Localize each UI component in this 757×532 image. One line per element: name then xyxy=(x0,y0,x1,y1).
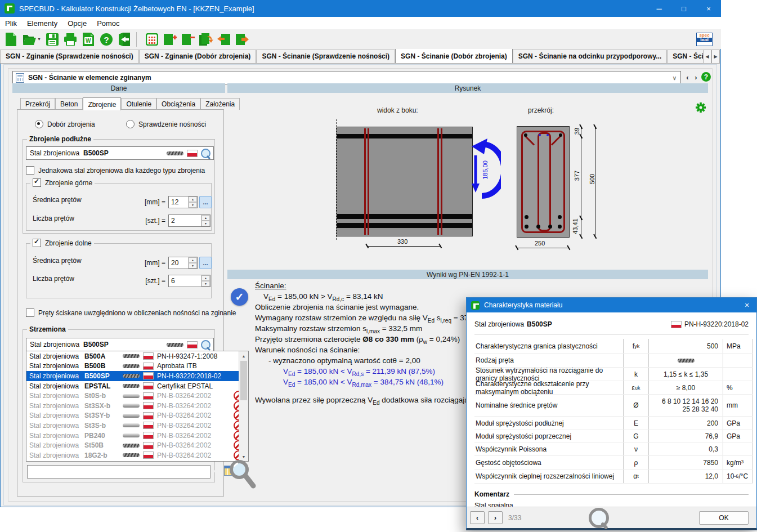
checkbox-checked-icon[interactable] xyxy=(33,178,41,187)
screen: SPECBUD - Kalkulator Konstrukcji Żelbeto… xyxy=(0,0,757,532)
liczba-dolne-row: [szt.] = 6 ▲▼ xyxy=(140,275,210,287)
search-steel-icon[interactable] xyxy=(201,340,210,350)
checkbox-zbrojenie-gorne[interactable]: Zbrojenie górne xyxy=(30,178,95,187)
move-right-icon[interactable] xyxy=(235,32,249,47)
tab-zginanie-sprawdzenie[interactable]: SGN - Zginanie (Sprawdzenie nośności) xyxy=(0,50,139,63)
zbrojenie-dolne-label: Zbrojenie dolne xyxy=(45,239,92,247)
tab-scinanie-odcinek[interactable]: SGN - Ścinanie na odcinku przypodporowy.… xyxy=(513,50,667,63)
steel-list-item[interactable]: Stal zbrojeniowaB500A PN-H-93247-1:2008 xyxy=(26,351,248,361)
steel-list-item-disabled[interactable]: Stal zbrojeniowaSt50B PN-B-03264:2002 xyxy=(26,440,248,450)
stirrup-pair xyxy=(364,128,370,235)
next-material-button[interactable]: › xyxy=(488,511,503,524)
print-icon[interactable] xyxy=(63,32,78,47)
app-logo-icon xyxy=(5,3,15,14)
copy-element-icon[interactable] xyxy=(199,32,213,47)
menu-pomoc[interactable]: Pomoc xyxy=(92,17,124,29)
prev-calc-button[interactable]: ‹ xyxy=(683,72,692,82)
tab-sciskanie[interactable]: SGN - Ściskanie/rozcią xyxy=(667,50,703,63)
material-row: Współczynnik Poissonaν 0,3 xyxy=(474,443,753,456)
srednica-dolne-picker-button[interactable]: ... xyxy=(199,257,212,269)
add-element-icon[interactable] xyxy=(163,32,177,47)
menu-opcje[interactable]: Opcje xyxy=(62,17,92,29)
open-file-icon[interactable]: ▾ xyxy=(21,32,42,47)
steel-list-item-disabled[interactable]: Stal zbrojeniowaSt3SY-b PN-B-03264:2002 xyxy=(26,411,248,421)
radio-unselected-icon[interactable] xyxy=(126,120,135,128)
liczba-dolne-input[interactable]: 6 ▲▼ xyxy=(168,275,210,287)
spinner-buttons[interactable]: ▲▼ xyxy=(188,257,197,269)
steel-list-item-disabled[interactable]: Stal zbrojeniowa18G2-b PN-B-03264:2002 xyxy=(26,450,248,461)
steel-list-item-selected[interactable]: Stal zbrojeniowaB500SP PN-H-93220:2018-0… xyxy=(26,371,248,381)
radio-sprawdzenie-nosnosci[interactable]: Sprawdzenie nośności xyxy=(126,120,206,128)
remove-element-icon[interactable] xyxy=(181,32,195,47)
context-help-icon[interactable]: ? xyxy=(701,72,711,82)
subtab-obciazenia[interactable]: Obciążenia xyxy=(156,98,200,110)
tab-scroll-right-icon[interactable]: ▶ xyxy=(711,50,720,64)
list-scrollbar[interactable]: ▲ ▼ xyxy=(239,351,248,461)
export-word-icon[interactable]: W xyxy=(81,32,96,47)
maximize-button[interactable]: □ xyxy=(671,0,696,17)
help-icon[interactable]: ? xyxy=(99,32,114,47)
checkbox-zbrojenie-dolne[interactable]: Zbrojenie dolne xyxy=(30,239,94,247)
steel-list-item-disabled[interactable]: Stal zbrojeniowaSt3S-b PN-B-03264:2002 xyxy=(26,421,248,431)
combobox-arrow-icon[interactable]: ∨ xyxy=(673,75,680,81)
material-page-indicator: 3/33 xyxy=(508,514,521,522)
close-button[interactable]: × xyxy=(696,0,721,17)
tab-zginanie-dobor[interactable]: SGN - Zginanie (Dobór zbrojenia) xyxy=(139,50,257,63)
rebar-ribbed-icon xyxy=(167,343,183,347)
steel-search-input[interactable] xyxy=(27,465,210,479)
minimize-button[interactable]: ─ xyxy=(647,0,671,17)
steel-list-item-disabled[interactable]: Stal zbrojeniowaSt3SX-b PN-B-03264:2002 xyxy=(26,401,248,411)
tab-scinanie-sprawdzenie[interactable]: SGN - Ścinanie (Sprawdzenie nośności) xyxy=(256,50,395,63)
steel-list-item[interactable]: Stal zbrojeniowaB500B Aprobata ITB xyxy=(26,361,248,372)
steel-field-podluzne[interactable]: Stal zbrojeniowa B500SP xyxy=(26,146,214,160)
steel-list-item[interactable]: Stal zbrojeniowaEPSTAL Certyfikat EPSTAL xyxy=(26,381,248,391)
subtab-przekroj[interactable]: Przekrój xyxy=(20,98,55,110)
checkbox-unchecked-icon[interactable] xyxy=(26,309,34,317)
tab-scroll-left-icon[interactable]: ◀ xyxy=(703,50,711,64)
steel-field-strzemiona[interactable]: Stal zbrojeniowa B500SP xyxy=(26,338,214,351)
result-line: Wymagany rozstaw strzemion ze względu na… xyxy=(255,314,468,324)
prev-material-button[interactable]: ‹ xyxy=(470,511,485,524)
search-steel-icon[interactable] xyxy=(201,149,210,158)
app-logo-icon xyxy=(471,301,480,310)
menu-plik[interactable]: Plik xyxy=(0,17,22,29)
liczba-gorne-input[interactable]: 2 ▲▼ xyxy=(168,214,210,227)
spinner-buttons[interactable]: ▲▼ xyxy=(201,275,210,287)
checkbox-jednakowa[interactable]: Jednakowa stal zbrojeniowa dla każdego t… xyxy=(26,166,205,175)
ok-button[interactable]: OK xyxy=(699,511,749,525)
radio-sprawdzenie-label: Sprawdzenie nośności xyxy=(138,120,206,128)
subtab-beton[interactable]: Beton xyxy=(55,98,83,110)
poland-flag-icon xyxy=(143,352,154,360)
radio-dobor-zbrojenia[interactable]: Dobór zbrojenia xyxy=(35,120,95,128)
radio-selected-icon[interactable] xyxy=(35,120,43,128)
steel-list-item-disabled[interactable]: Stal zbrojeniowaSt0S-b PN-B-03264:2002 xyxy=(26,391,248,401)
menu-elementy[interactable]: Elementy xyxy=(22,17,62,29)
spinner-buttons[interactable]: ▲▼ xyxy=(188,196,197,208)
zoom-preview-icon[interactable] xyxy=(589,508,609,528)
steel-list-item-disabled[interactable]: Stal zbrojeniowaPB240 PN-B-03264:2002 xyxy=(26,431,248,441)
poland-flag-icon xyxy=(143,412,154,419)
move-left-icon[interactable] xyxy=(217,32,231,47)
subtab-zbrojenie[interactable]: Zbrojenie xyxy=(83,97,121,110)
next-calc-button[interactable]: › xyxy=(692,72,700,82)
section-table-icon[interactable] xyxy=(145,32,159,47)
checkbox-prety-sciskane[interactable]: Pręty ściskane uwzględniono w obliczenia… xyxy=(26,309,236,317)
checkbox-unchecked-icon[interactable] xyxy=(26,166,34,175)
magnifier-cursor-icon xyxy=(227,458,257,489)
drawing-settings-gear-icon[interactable] xyxy=(696,102,706,113)
srednica-gorne-picker-button[interactable]: ... xyxy=(199,196,212,208)
srednica-gorne-input[interactable]: 12 ▲▼ xyxy=(168,196,198,208)
dialog-close-icon[interactable]: × xyxy=(737,301,756,310)
scroll-thumb[interactable] xyxy=(240,361,247,400)
checkbox-checked-icon[interactable] xyxy=(33,239,41,247)
save-icon[interactable] xyxy=(45,32,60,47)
new-file-icon[interactable] xyxy=(3,32,18,47)
srednica-dolne-input[interactable]: 20 ▲▼ xyxy=(168,257,198,269)
tab-scinanie-dobor[interactable]: SGN - Ścinanie (Dobór zbrojenia) xyxy=(395,49,513,63)
scroll-up-icon[interactable]: ▲ xyxy=(239,351,248,360)
exit-icon[interactable] xyxy=(117,32,132,47)
subtab-otulenie[interactable]: Otulenie xyxy=(121,98,156,110)
subtab-zalozenia[interactable]: Założenia xyxy=(200,98,240,110)
spinner-buttons[interactable]: ▲▼ xyxy=(201,215,210,226)
calculation-combobox[interactable]: SGN - Ścinanie w elemencie zginanym ∨ xyxy=(12,71,681,84)
